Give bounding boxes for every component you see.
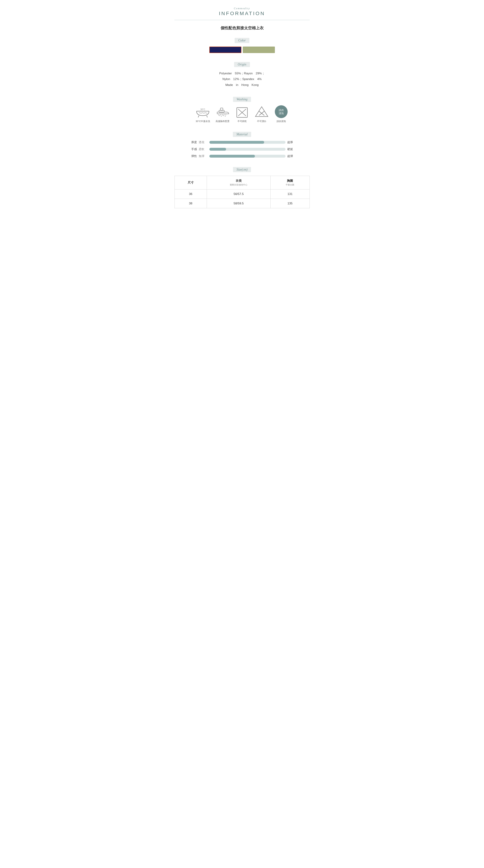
page-header: Commodity INFORMATION xyxy=(175,7,310,20)
size-38-length: 58/59.5 xyxy=(207,199,270,208)
header-subtitle: Commodity xyxy=(175,7,310,10)
product-title: 個性配色剪接太空棉上衣 xyxy=(175,25,310,31)
color-swatch-sage[interactable] xyxy=(243,46,275,53)
feel-label: 手感 xyxy=(188,148,197,151)
material-rows: 厚度 透視 超厚 手感 柔軟 硬挺 彈性 無彈 超彈 xyxy=(188,141,296,158)
col-header-chest-text: 胸圍 xyxy=(287,179,293,183)
washing-label: Washing xyxy=(233,97,251,102)
origin-section: Origin Polyester 55%；Rayon 29%； Nylon 12… xyxy=(175,62,310,88)
size-table-header-row: 尺寸 衣長 實際衣長/後領中心 胸圍 平量全圍 xyxy=(175,176,309,189)
wash30-icon: 30°C xyxy=(196,105,210,118)
origin-line1: Polyester 55%；Rayon 29%； xyxy=(219,72,265,75)
col-header-size: 尺寸 xyxy=(175,176,207,189)
col-header-length-text: 衣長 xyxy=(236,179,242,183)
size-38-size: 38 xyxy=(175,199,207,208)
material-row-stretch: 彈性 無彈 超彈 xyxy=(188,154,296,158)
no-bleach-label: 不可漂白 xyxy=(257,120,266,123)
no-soak-icon: 請勿浸泡 xyxy=(274,105,288,118)
stretch-min: 無彈 xyxy=(199,154,208,158)
col-header-chest: 胸圍 平量全圍 xyxy=(271,176,309,189)
feel-min: 柔軟 xyxy=(199,148,208,151)
size-36-chest: 131 xyxy=(271,189,309,199)
feel-bar-fill xyxy=(209,148,226,151)
size-36-size: 36 xyxy=(175,189,207,199)
stretch-bar xyxy=(209,155,285,158)
color-swatch-navy[interactable] xyxy=(209,46,241,53)
material-row-thickness: 厚度 透視 超厚 xyxy=(188,141,296,144)
color-swatches xyxy=(175,46,310,53)
washing-section: Washing 30°C 30°C中溫水洗 xyxy=(175,97,310,123)
size-row-38: 38 58/59.5 135 xyxy=(175,199,309,208)
header-title: INFORMATION xyxy=(175,11,310,17)
size-label: Size(cm) xyxy=(233,167,251,172)
washing-item-wash30: 30°C 30°C中溫水洗 xyxy=(196,105,210,123)
no-soak-badge: 請勿浸泡 xyxy=(275,105,288,118)
feel-max: 硬挺 xyxy=(287,148,296,151)
col-header-chest-sub: 平量全圍 xyxy=(273,183,306,186)
washing-item-no-bleach: 不可漂白 xyxy=(254,105,269,123)
no-tumble-icon xyxy=(235,105,249,118)
no-soak-label: 請勿浸泡 xyxy=(277,120,286,123)
washing-item-iron: 高溫隔布熨燙 xyxy=(215,105,230,123)
no-soak-text: 請勿浸泡 xyxy=(279,108,284,115)
svg-line-1 xyxy=(198,116,199,117)
washing-item-no-tumble: 不可烘乾 xyxy=(235,105,249,123)
svg-point-8 xyxy=(223,115,223,116)
stretch-bar-fill xyxy=(209,155,255,158)
origin-line2: Nylon 12%；Spandex 4% xyxy=(222,78,262,81)
col-header-length-sub: 實際衣長/後領中心 xyxy=(210,183,268,186)
material-section: Material 厚度 透視 超厚 手感 柔軟 硬挺 彈性 無彈 超彈 xyxy=(175,132,310,158)
col-header-length: 衣長 實際衣長/後領中心 xyxy=(207,176,270,189)
color-section: Color xyxy=(175,38,310,53)
size-row-36: 36 56/57.5 131 xyxy=(175,189,309,199)
thickness-min: 透視 xyxy=(199,141,208,144)
no-bleach-icon xyxy=(254,105,269,118)
feel-bar xyxy=(209,148,285,151)
svg-point-6 xyxy=(219,115,220,116)
no-tumble-label: 不可烘乾 xyxy=(238,120,247,123)
svg-line-2 xyxy=(207,116,207,117)
svg-point-7 xyxy=(221,116,222,117)
wash30-label: 30°C中溫水洗 xyxy=(196,120,210,123)
svg-marker-13 xyxy=(255,107,268,117)
size-table: 尺寸 衣長 實際衣長/後領中心 胸圍 平量全圍 36 56/57.5 131 3… xyxy=(175,176,310,208)
iron-label: 高溫隔布熨燙 xyxy=(216,120,230,123)
stretch-max: 超彈 xyxy=(287,154,296,158)
origin-line3: Made in Hong Kong xyxy=(225,83,259,87)
material-row-feel: 手感 柔軟 硬挺 xyxy=(188,148,296,151)
origin-text: Polyester 55%；Rayon 29%； Nylon 12%；Spand… xyxy=(175,71,310,88)
size-section: Size(cm) 尺寸 衣長 實際衣長/後領中心 胸圍 平量全圍 36 56 xyxy=(175,167,310,208)
thickness-bar-fill xyxy=(209,141,264,144)
iron-steam-icon xyxy=(215,105,230,118)
size-38-chest: 135 xyxy=(271,199,309,208)
col-header-size-text: 尺寸 xyxy=(188,181,194,184)
svg-text:30°C: 30°C xyxy=(201,108,205,111)
washing-item-no-soak: 請勿浸泡 請勿浸泡 xyxy=(274,105,288,123)
thickness-label: 厚度 xyxy=(188,141,197,144)
svg-point-9 xyxy=(225,116,225,117)
size-36-length: 56/57.5 xyxy=(207,189,270,199)
color-label: Color xyxy=(235,38,249,43)
material-label: Material xyxy=(233,132,251,137)
stretch-label: 彈性 xyxy=(188,154,197,158)
thickness-max: 超厚 xyxy=(287,141,296,144)
washing-icons: 30°C 30°C中溫水洗 xyxy=(175,105,310,123)
thickness-bar xyxy=(209,141,285,144)
origin-label: Origin xyxy=(234,62,250,67)
